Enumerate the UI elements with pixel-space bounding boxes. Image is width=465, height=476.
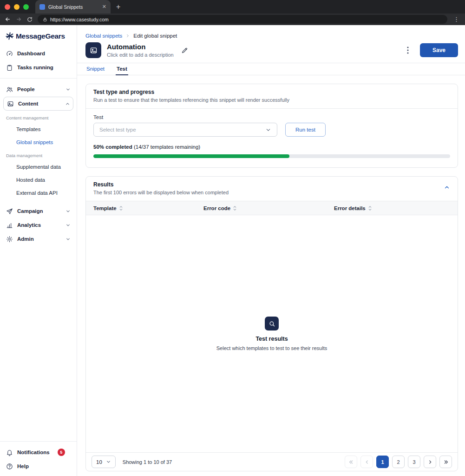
prev-page-button[interactable]	[360, 456, 373, 468]
main-content: Global snippets Edit global snippet Auto…	[77, 25, 465, 476]
address-bar[interactable]: https://www.casestudy.com	[38, 15, 447, 24]
bell-icon	[6, 449, 13, 456]
app-logo[interactable]: MessageGears	[0, 32, 77, 46]
search-icon	[269, 320, 275, 327]
column-label: Template	[93, 205, 117, 211]
page-button-3[interactable]: 3	[408, 456, 420, 468]
test-card-title: Test type and progress	[93, 89, 450, 95]
tab-content: Test type and progress Run a test to ens…	[77, 75, 465, 476]
last-page-button[interactable]	[439, 456, 452, 468]
minimize-window-button[interactable]	[14, 4, 20, 10]
breadcrumb-parent-link[interactable]: Global snippets	[85, 33, 122, 39]
messagegears-logo-icon	[5, 32, 14, 40]
snippet-type-icon	[85, 42, 101, 58]
results-table-header: Template Error code Error details	[86, 201, 458, 215]
page-size-value: 10	[96, 459, 102, 465]
tab-favicon-icon	[39, 4, 45, 10]
results-card-header: Results The first 100 errors will be dis…	[86, 177, 458, 201]
sidebar-item-dashboard[interactable]: Dashboard	[0, 46, 77, 60]
sidebar-item-label: Campaign	[17, 208, 43, 214]
close-window-button[interactable]	[5, 4, 10, 10]
sidebar-item-notifications[interactable]: Notifications 5	[0, 445, 77, 459]
sort-icon	[368, 205, 372, 211]
clipboard-icon	[6, 64, 13, 71]
column-header-error-code[interactable]: Error code	[203, 205, 334, 211]
lock-icon	[43, 17, 47, 22]
select-placeholder: Select test type	[99, 127, 136, 132]
page-size-select[interactable]: 10	[92, 456, 116, 468]
chevron-right-icon	[125, 33, 130, 38]
page-button-2[interactable]: 2	[392, 456, 405, 468]
browser-tab[interactable]: Global Snippets ✕	[35, 0, 111, 13]
sidebar-item-campaign[interactable]: Campaign	[0, 204, 77, 218]
showing-text: Showing 1 to 10 of 37	[123, 459, 172, 465]
chevron-down-icon	[65, 237, 71, 242]
sidebar-divider	[0, 78, 77, 79]
sidebar-item-tasks-running[interactable]: Tasks running	[0, 60, 77, 74]
progress-label: 50% completed (14/37 templates remaining…	[93, 144, 450, 150]
column-label: Error details	[334, 205, 366, 211]
gear-icon	[6, 236, 13, 243]
sidebar-item-supplemental-data[interactable]: Supplemental data	[0, 160, 77, 173]
first-page-button[interactable]	[345, 456, 357, 468]
column-label: Error code	[203, 205, 230, 211]
browser-window: Global Snippets ✕ + https://www.casestud…	[0, 0, 465, 476]
run-test-button[interactable]: Run test	[285, 123, 326, 137]
chevron-down-icon	[65, 223, 71, 228]
test-field-label: Test	[93, 114, 450, 120]
sidebar-item-people[interactable]: People	[0, 82, 77, 96]
back-button-icon[interactable]	[5, 16, 11, 22]
test-card-subtitle: Run a test to ensure that the templates …	[93, 97, 450, 103]
tab-close-icon[interactable]: ✕	[102, 4, 106, 9]
window-controls	[5, 4, 29, 10]
sidebar-item-label: People	[17, 86, 35, 92]
progress-bar-fill	[93, 154, 289, 158]
new-tab-button[interactable]: +	[116, 3, 120, 11]
forward-button-icon[interactable]	[16, 16, 22, 22]
chevron-down-icon	[65, 87, 71, 92]
more-options-kebab-icon[interactable]	[406, 46, 410, 55]
sidebar-item-label: Content	[18, 101, 38, 106]
results-card: Results The first 100 errors will be dis…	[85, 176, 458, 471]
chevron-down-icon	[265, 127, 271, 133]
sidebar-item-hosted-data[interactable]: Hosted data	[0, 173, 77, 186]
test-type-select[interactable]: Select test type	[93, 123, 277, 137]
search-icon-tile	[265, 317, 279, 331]
sidebar-item-analytics[interactable]: Analytics	[0, 218, 77, 232]
app-root: MessageGears Dashboard Tasks running Peo…	[0, 25, 465, 476]
maximize-window-button[interactable]	[23, 4, 29, 10]
save-button[interactable]: Save	[420, 43, 458, 57]
breadcrumb-current: Edit global snippet	[133, 33, 177, 39]
sidebar-item-global-snippets[interactable]: Global snippets	[0, 136, 77, 149]
progress-bar-track	[93, 154, 450, 158]
sidebar-item-external-data-api[interactable]: External data API	[0, 186, 77, 199]
sidebar-item-label: Help	[17, 463, 29, 469]
column-header-template[interactable]: Template	[93, 205, 203, 211]
pagination: 1 2 3	[345, 456, 452, 468]
tab-test[interactable]: Test	[116, 63, 128, 75]
reload-button-icon[interactable]	[27, 17, 33, 22]
paper-plane-icon	[6, 208, 13, 215]
edit-pencil-icon[interactable]	[181, 47, 188, 54]
sidebar-section-data-management: Data management	[0, 149, 77, 160]
sidebar-item-templates[interactable]: Templates	[0, 123, 77, 136]
sidebar-footer: Notifications 5 Help	[0, 437, 77, 476]
notifications-badge: 5	[58, 449, 65, 456]
column-header-error-details[interactable]: Error details	[334, 205, 450, 211]
url-text: https://www.casestudy.com	[50, 17, 109, 22]
sidebar-item-admin[interactable]: Admin	[0, 232, 77, 246]
next-page-button[interactable]	[424, 456, 436, 468]
tab-bar: Snippet Test	[77, 63, 465, 75]
page-button-1[interactable]: 1	[376, 456, 389, 468]
sidebar: MessageGears Dashboard Tasks running Peo…	[0, 25, 77, 476]
sidebar-item-help[interactable]: Help	[0, 459, 77, 473]
sidebar-item-content[interactable]: Content	[3, 97, 73, 111]
sidebar-item-label: Admin	[17, 236, 34, 242]
browser-menu-icon[interactable]: ⋮	[452, 16, 460, 22]
collapse-chevron-up-icon[interactable]	[444, 184, 450, 191]
results-card-title: Results	[93, 181, 450, 188]
tab-snippet[interactable]: Snippet	[85, 63, 105, 75]
tab-title: Global Snippets	[48, 4, 99, 10]
sidebar-item-label: Dashboard	[17, 51, 45, 56]
empty-state-title: Test results	[255, 336, 288, 342]
